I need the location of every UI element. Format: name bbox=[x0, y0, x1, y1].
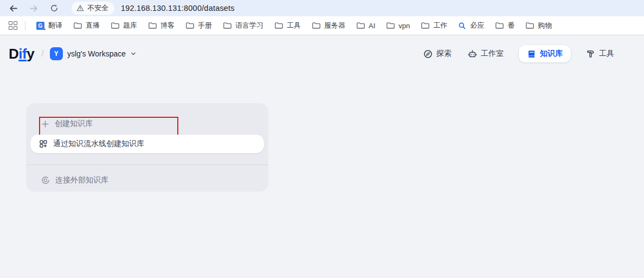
back-button[interactable] bbox=[7, 2, 20, 15]
folder-icon bbox=[274, 21, 283, 30]
refresh-icon bbox=[50, 4, 59, 12]
refresh-button[interactable] bbox=[48, 2, 61, 15]
folder-icon bbox=[73, 21, 82, 30]
nav-item-studio[interactable]: 工作室 bbox=[467, 45, 505, 62]
folder-icon bbox=[386, 21, 395, 30]
forward-arrow-icon bbox=[29, 4, 38, 13]
hammer-icon bbox=[586, 49, 595, 59]
security-label: 不安全 bbox=[87, 3, 108, 13]
app-header: Dify / Y yslg's Workspace 探索 bbox=[0, 35, 644, 64]
book-icon bbox=[527, 49, 536, 59]
knowledge-create-card: 创建知识库 通过知识流水线创建知识库 连接外部知识库 bbox=[26, 103, 268, 192]
bookmark-label: 工具 bbox=[287, 21, 301, 30]
folder-icon bbox=[421, 21, 429, 30]
divider bbox=[25, 21, 25, 30]
bookmark-label: AI bbox=[369, 22, 375, 30]
back-arrow-icon bbox=[9, 4, 18, 13]
folder-icon bbox=[223, 21, 231, 30]
bookmark-label: 番 bbox=[507, 21, 514, 30]
bookmark-item[interactable]: 博客 bbox=[146, 19, 176, 32]
browser-toolbar: 不安全 192.168.130.131:8000/datasets bbox=[0, 0, 644, 16]
bookmark-item[interactable]: 购物 bbox=[524, 19, 553, 32]
folder-icon bbox=[148, 21, 157, 30]
bookmark-label: 直播 bbox=[86, 21, 100, 30]
bookmark-label: 语言学习 bbox=[235, 21, 263, 30]
workspace-selector[interactable]: Y yslg's Workspace bbox=[50, 47, 137, 60]
breadcrumb-separator: / bbox=[41, 48, 44, 59]
bookmark-label: vpn bbox=[398, 22, 410, 30]
plus-icon bbox=[41, 120, 49, 128]
bookmark-item[interactable]: 服务器 bbox=[310, 19, 347, 32]
forward-button[interactable] bbox=[27, 2, 40, 15]
connect-external-label: 连接外部知识库 bbox=[55, 175, 108, 185]
create-knowledge-option[interactable]: 创建知识库 bbox=[26, 113, 268, 135]
compass-icon bbox=[423, 49, 433, 59]
robot-icon bbox=[468, 49, 477, 59]
nav-item-knowledge[interactable]: 知识库 bbox=[519, 45, 571, 62]
create-knowledge-label: 创建知识库 bbox=[55, 119, 93, 129]
pipeline-blocks-icon bbox=[39, 140, 48, 148]
connect-external-option[interactable]: 连接外部知识库 bbox=[26, 169, 268, 191]
main-nav: 探索 工作室 知识库 bbox=[422, 45, 615, 62]
bookmark-label: 服务器 bbox=[324, 21, 345, 30]
search-icon bbox=[458, 22, 466, 30]
nav-item-tools[interactable]: 工具 bbox=[585, 45, 615, 62]
bookmark-item[interactable]: 工作 bbox=[419, 19, 449, 32]
bookmark-label: 手册 bbox=[198, 21, 212, 30]
folder-icon bbox=[356, 21, 365, 30]
nav-item-explore[interactable]: 探索 bbox=[422, 45, 453, 62]
chevron-down-icon bbox=[130, 50, 137, 57]
divider bbox=[26, 165, 268, 165]
nav-label: 知识库 bbox=[540, 49, 563, 59]
bookmark-item[interactable]: vpn bbox=[384, 20, 411, 31]
warning-triangle-icon bbox=[76, 4, 84, 12]
folder-icon bbox=[111, 21, 119, 30]
bookmark-item[interactable]: 必应 bbox=[456, 19, 486, 32]
bookmark-item[interactable]: 手册 bbox=[184, 19, 214, 32]
bookmark-label: 必应 bbox=[470, 21, 484, 30]
create-by-pipeline-option[interactable]: 通过知识流水线创建知识库 bbox=[30, 135, 264, 153]
translate-icon: G★ bbox=[36, 22, 44, 30]
nav-label: 探索 bbox=[436, 49, 452, 59]
target-icon bbox=[41, 176, 50, 185]
nav-label: 工作室 bbox=[481, 49, 504, 59]
bookmark-label: 翻译 bbox=[48, 21, 62, 30]
apps-grid-icon[interactable] bbox=[9, 21, 17, 30]
create-by-pipeline-label: 通过知识流水线创建知识库 bbox=[53, 139, 144, 149]
bookmark-item[interactable]: 直播 bbox=[72, 19, 101, 32]
address-bar[interactable]: 192.168.130.131:8000/datasets bbox=[121, 4, 235, 12]
bookmark-item[interactable]: 番 bbox=[493, 19, 516, 32]
bookmark-item[interactable]: AI bbox=[355, 20, 377, 31]
folder-icon bbox=[495, 21, 504, 30]
screen: 不安全 192.168.130.131:8000/datasets G★ 翻译 … bbox=[0, 0, 644, 278]
bookmark-label: 题库 bbox=[123, 21, 137, 30]
bookmark-item[interactable]: 语言学习 bbox=[221, 19, 265, 32]
bookmark-label: 工作 bbox=[433, 21, 447, 30]
bookmark-item[interactable]: 题库 bbox=[109, 19, 139, 32]
bookmark-item[interactable]: G★ 翻译 bbox=[35, 19, 64, 32]
dify-logo[interactable]: Dify bbox=[9, 46, 34, 62]
bookmark-label: 博客 bbox=[160, 21, 175, 30]
dify-app: Dify / Y yslg's Workspace 探索 bbox=[0, 35, 644, 278]
site-security-chip[interactable]: 不安全 bbox=[72, 2, 114, 15]
folder-icon bbox=[525, 21, 534, 30]
workspace-name: yslg's Workspace bbox=[67, 49, 126, 58]
folder-icon bbox=[312, 21, 320, 30]
avatar: Y bbox=[50, 47, 63, 60]
folder-icon bbox=[185, 21, 194, 30]
nav-label: 工具 bbox=[599, 49, 614, 59]
bookmark-item[interactable]: 工具 bbox=[273, 19, 302, 32]
bookmarks-bar: G★ 翻译 直播 题库 博客 手册 语言学习 工具 服务器 bbox=[0, 16, 644, 35]
bookmark-label: 购物 bbox=[538, 21, 552, 30]
